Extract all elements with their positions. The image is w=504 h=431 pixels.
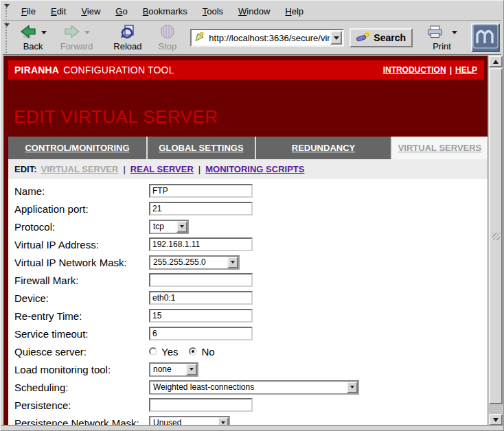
scroll-down-icon xyxy=(493,418,499,422)
window-bottom-edge xyxy=(1,425,503,430)
url-dropdown-button[interactable] xyxy=(330,31,342,45)
load-monitoring-label: Load monitoring tool: xyxy=(8,364,149,375)
scheduling-select[interactable]: Weighted least-connections xyxy=(149,380,359,395)
navigation-toolbar: Back Forward Reload Stop xyxy=(3,21,501,55)
back-button[interactable]: Back xyxy=(16,24,51,52)
tab-bar: CONTROL/MONITORING GLOBAL SETTINGS REDUN… xyxy=(8,137,488,159)
protocol-value: tcp xyxy=(150,222,176,231)
forward-dropdown-caret[interactable] xyxy=(84,31,90,34)
form-row-application-port: Application port: xyxy=(8,200,488,218)
virtual-ip-label: Virtual IP Address: xyxy=(8,239,149,251)
forward-label: Forward xyxy=(60,41,93,51)
stop-button[interactable]: Stop xyxy=(154,24,181,52)
back-icon xyxy=(20,25,37,41)
reload-label: Reload xyxy=(113,41,141,51)
persistence-mask-select[interactable]: Unused xyxy=(149,416,230,426)
firewall-mark-input[interactable] xyxy=(149,273,253,287)
firewall-mark-label: Firewall Mark: xyxy=(8,275,149,286)
introduction-link[interactable]: INTRODUCTION xyxy=(383,65,446,75)
form-row-service-timeout: Service timeout: xyxy=(8,325,488,342)
menu-edit[interactable]: Edit xyxy=(43,4,73,19)
banner-title: PIRANHACONFIGURATION TOOL xyxy=(14,65,174,75)
name-input[interactable] xyxy=(149,184,253,198)
form-row-scheduling: Scheduling: Weighted least-connections xyxy=(8,378,488,396)
device-input[interactable] xyxy=(149,291,253,305)
quiesce-no-label: No xyxy=(201,346,214,358)
search-flashlight-icon xyxy=(356,31,371,45)
browser-window: File Edit View Go Bookmarks Tools Window… xyxy=(0,0,504,431)
protocol-select[interactable]: tcp xyxy=(149,220,189,234)
back-label: Back xyxy=(23,41,43,51)
scroll-down-button[interactable] xyxy=(489,414,503,426)
subnav-real-server-link[interactable]: REAL SERVER xyxy=(130,164,194,174)
page-viewport: PIRANHACONFIGURATION TOOL INTRODUCTION |… xyxy=(3,56,488,426)
application-port-input[interactable] xyxy=(149,202,253,216)
load-monitoring-select[interactable]: none xyxy=(149,362,198,377)
form-row-device: Device: xyxy=(8,289,488,307)
reentry-time-input[interactable] xyxy=(149,309,253,323)
subnav-separator: | xyxy=(194,164,205,174)
scroll-up-button[interactable] xyxy=(489,56,503,67)
print-icon xyxy=(426,25,444,40)
quiesce-yes-radio[interactable] xyxy=(149,347,157,356)
scheduling-label: Scheduling: xyxy=(8,382,149,393)
toolbar-grippy[interactable] xyxy=(3,22,10,54)
help-link[interactable]: HELP xyxy=(455,65,477,75)
stop-label: Stop xyxy=(159,41,177,51)
print-dropdown-caret[interactable] xyxy=(452,31,457,34)
reload-button[interactable]: Reload xyxy=(109,24,146,52)
form-row-load-monitoring: Load monitoring tool: none xyxy=(8,360,488,378)
menu-window[interactable]: Window xyxy=(231,4,277,19)
menu-tools[interactable]: Tools xyxy=(195,4,231,19)
menu-help[interactable]: Help xyxy=(277,4,311,19)
subnav-prefix: EDIT: xyxy=(14,164,37,174)
forward-button[interactable]: Forward xyxy=(56,24,98,52)
virtual-ip-mask-label: Virtual IP Network Mask: xyxy=(8,257,149,268)
search-button[interactable]: Search xyxy=(350,28,413,47)
quiesce-no-radio[interactable] xyxy=(189,347,197,356)
page-title: EDIT VIRTUAL SERVER xyxy=(14,108,488,126)
form-row-firewall-mark: Firewall Mark: xyxy=(8,271,488,289)
print-button[interactable]: Print xyxy=(422,24,461,52)
scheduling-value: Weighted least-connections xyxy=(150,382,347,392)
virtual-ip-mask-value: 255.255.255.0 xyxy=(150,257,227,267)
banner-links: INTRODUCTION | HELP xyxy=(383,65,477,75)
forward-icon xyxy=(63,25,80,41)
form-row-persistence: Persistence: xyxy=(8,396,488,414)
piranha-banner: PIRANHACONFIGURATION TOOL INTRODUCTION |… xyxy=(8,60,484,80)
subnav-monitoring-scripts-link[interactable]: MONITORING SCRIPTS xyxy=(205,164,304,174)
url-bar[interactable] xyxy=(190,29,344,47)
mozilla-logo[interactable] xyxy=(471,23,500,52)
vertical-scrollbar[interactable] xyxy=(488,56,503,426)
menu-bookmarks[interactable]: Bookmarks xyxy=(135,4,195,19)
form-row-persistence-mask: Persistence Network Mask: Unused xyxy=(8,414,488,426)
protocol-select-caret-icon xyxy=(176,221,187,233)
tab-control-monitoring[interactable]: CONTROL/MONITORING xyxy=(8,137,148,159)
mozilla-m-icon xyxy=(472,24,499,51)
persistence-input[interactable] xyxy=(149,398,253,412)
virtual-ip-mask-select[interactable]: 255.255.255.0 xyxy=(149,255,240,270)
form-row-virtual-ip-mask: Virtual IP Network Mask: 255.255.255.0 xyxy=(8,253,488,271)
tab-global-settings[interactable]: GLOBAL SETTINGS xyxy=(148,137,256,159)
reentry-time-label: Re-entry Time: xyxy=(8,310,149,322)
banner-brand: PIRANHA xyxy=(14,65,59,75)
tab-virtual-servers[interactable]: VIRTUAL SERVERS xyxy=(392,137,488,159)
menu-file[interactable]: File xyxy=(14,4,43,19)
virtual-ip-mask-select-caret-icon xyxy=(227,257,238,268)
menubar-grippy[interactable] xyxy=(3,3,11,19)
subnav-virtual-server: VIRTUAL SERVER xyxy=(41,164,119,174)
back-dropdown-caret[interactable] xyxy=(41,31,47,34)
menu-view[interactable]: View xyxy=(73,4,108,19)
service-timeout-input[interactable] xyxy=(149,327,253,340)
tab-redundancy[interactable]: REDUNDANCY xyxy=(256,137,392,159)
virtual-ip-input[interactable] xyxy=(149,237,253,251)
scroll-up-icon xyxy=(493,60,499,64)
url-page-icon xyxy=(194,32,205,45)
menu-go[interactable]: Go xyxy=(108,4,135,19)
form-row-reentry-time: Re-entry Time: xyxy=(8,307,488,325)
scrollbar-thumb[interactable] xyxy=(489,68,503,404)
menu-bar: File Edit View Go Bookmarks Tools Window… xyxy=(3,2,501,21)
stop-icon xyxy=(160,24,175,41)
url-input[interactable] xyxy=(209,30,330,45)
edit-subnav: EDIT: VIRTUAL SERVER | REAL SERVER | MON… xyxy=(8,159,488,179)
